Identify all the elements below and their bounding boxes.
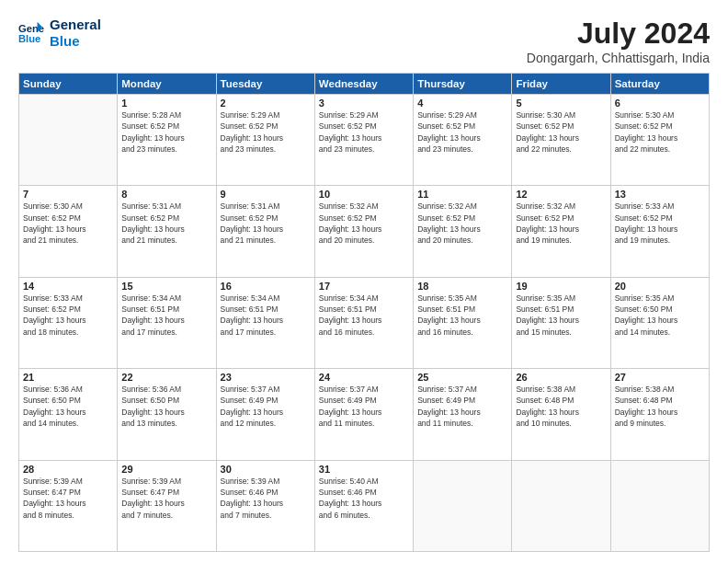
- day-number: 5: [516, 98, 606, 109]
- day-number: 23: [221, 372, 311, 383]
- day-cell: 21Sunrise: 5:36 AMSunset: 6:50 PMDayligh…: [19, 369, 118, 460]
- day-info: Sunrise: 5:34 AMSunset: 6:51 PMDaylight:…: [319, 293, 409, 338]
- day-info: Sunrise: 5:33 AMSunset: 6:52 PMDaylight:…: [23, 293, 113, 338]
- day-cell: 6Sunrise: 5:30 AMSunset: 6:52 PMDaylight…: [610, 95, 709, 186]
- day-info: Sunrise: 5:32 AMSunset: 6:52 PMDaylight:…: [417, 201, 507, 246]
- day-number: 8: [121, 189, 211, 200]
- day-info: Sunrise: 5:29 AMSunset: 6:52 PMDaylight:…: [417, 109, 507, 155]
- day-cell: 15Sunrise: 5:34 AMSunset: 6:51 PMDayligh…: [118, 277, 216, 368]
- calendar-table: SundayMondayTuesdayWednesdayThursdayFrid…: [18, 73, 710, 552]
- day-cell: 9Sunrise: 5:31 AMSunset: 6:52 PMDaylight…: [216, 186, 314, 277]
- day-number: 10: [319, 189, 409, 200]
- day-cell: 12Sunrise: 5:32 AMSunset: 6:52 PMDayligh…: [512, 186, 610, 277]
- day-cell: 22Sunrise: 5:36 AMSunset: 6:50 PMDayligh…: [118, 369, 216, 460]
- day-cell: 17Sunrise: 5:34 AMSunset: 6:51 PMDayligh…: [314, 277, 413, 368]
- day-cell: 7Sunrise: 5:30 AMSunset: 6:52 PMDaylight…: [19, 186, 118, 277]
- day-number: 1: [121, 98, 211, 109]
- day-info: Sunrise: 5:30 AMSunset: 6:52 PMDaylight:…: [23, 201, 113, 246]
- day-number: 7: [23, 189, 113, 200]
- day-info: Sunrise: 5:29 AMSunset: 6:52 PMDaylight:…: [319, 109, 409, 155]
- page-header: General Blue General Blue July 2024 Dong…: [18, 17, 710, 65]
- title-block: July 2024 Dongargarh, Chhattisgarh, Indi…: [527, 17, 710, 65]
- day-cell: [19, 95, 118, 186]
- day-info: Sunrise: 5:34 AMSunset: 6:51 PMDaylight:…: [221, 293, 311, 338]
- day-info: Sunrise: 5:33 AMSunset: 6:52 PMDaylight:…: [615, 201, 705, 246]
- day-cell: 2Sunrise: 5:29 AMSunset: 6:52 PMDaylight…: [216, 95, 314, 186]
- calendar-page: General Blue General Blue July 2024 Dong…: [0, 0, 728, 563]
- day-info: Sunrise: 5:29 AMSunset: 6:52 PMDaylight:…: [221, 109, 311, 155]
- day-number: 11: [417, 189, 507, 200]
- day-cell: 1Sunrise: 5:28 AMSunset: 6:52 PMDaylight…: [118, 95, 216, 186]
- day-number: 2: [221, 98, 311, 109]
- day-cell: 18Sunrise: 5:35 AMSunset: 6:51 PMDayligh…: [414, 277, 512, 368]
- day-number: 20: [615, 281, 705, 292]
- day-info: Sunrise: 5:30 AMSunset: 6:52 PMDaylight:…: [615, 109, 705, 155]
- day-info: Sunrise: 5:38 AMSunset: 6:48 PMDaylight:…: [516, 384, 606, 429]
- weekday-header-row: SundayMondayTuesdayWednesdayThursdayFrid…: [19, 74, 710, 95]
- day-info: Sunrise: 5:36 AMSunset: 6:50 PMDaylight:…: [121, 384, 211, 429]
- day-info: Sunrise: 5:32 AMSunset: 6:52 PMDaylight:…: [516, 201, 606, 246]
- day-info: Sunrise: 5:30 AMSunset: 6:52 PMDaylight:…: [516, 109, 606, 155]
- day-number: 19: [516, 281, 606, 292]
- day-cell: 8Sunrise: 5:31 AMSunset: 6:52 PMDaylight…: [118, 186, 216, 277]
- day-number: 12: [516, 189, 606, 200]
- day-info: Sunrise: 5:35 AMSunset: 6:50 PMDaylight:…: [615, 293, 705, 338]
- day-cell: 26Sunrise: 5:38 AMSunset: 6:48 PMDayligh…: [512, 369, 610, 460]
- day-number: 9: [221, 189, 311, 200]
- day-info: Sunrise: 5:35 AMSunset: 6:51 PMDaylight:…: [516, 293, 606, 338]
- day-number: 28: [23, 464, 113, 475]
- day-info: Sunrise: 5:37 AMSunset: 6:49 PMDaylight:…: [417, 384, 507, 429]
- day-cell: 19Sunrise: 5:35 AMSunset: 6:51 PMDayligh…: [512, 277, 610, 368]
- day-cell: 23Sunrise: 5:37 AMSunset: 6:49 PMDayligh…: [216, 369, 314, 460]
- day-cell: [610, 460, 709, 551]
- day-cell: 13Sunrise: 5:33 AMSunset: 6:52 PMDayligh…: [610, 186, 709, 277]
- logo-icon: General Blue: [18, 20, 44, 46]
- day-cell: 14Sunrise: 5:33 AMSunset: 6:52 PMDayligh…: [19, 277, 118, 368]
- day-number: 17: [319, 281, 409, 292]
- day-cell: [414, 460, 512, 551]
- logo-text: General Blue: [50, 17, 101, 50]
- day-cell: 10Sunrise: 5:32 AMSunset: 6:52 PMDayligh…: [314, 186, 413, 277]
- day-number: 16: [221, 281, 311, 292]
- sub-title: Dongargarh, Chhattisgarh, India: [527, 51, 710, 65]
- day-cell: 5Sunrise: 5:30 AMSunset: 6:52 PMDaylight…: [512, 95, 610, 186]
- day-number: 15: [121, 281, 211, 292]
- day-info: Sunrise: 5:40 AMSunset: 6:46 PMDaylight:…: [319, 476, 409, 521]
- day-cell: 16Sunrise: 5:34 AMSunset: 6:51 PMDayligh…: [216, 277, 314, 368]
- main-title: July 2024: [527, 17, 710, 51]
- day-info: Sunrise: 5:31 AMSunset: 6:52 PMDaylight:…: [221, 201, 311, 246]
- week-row-5: 28Sunrise: 5:39 AMSunset: 6:47 PMDayligh…: [19, 460, 710, 551]
- day-info: Sunrise: 5:31 AMSunset: 6:52 PMDaylight:…: [121, 201, 211, 246]
- day-cell: 20Sunrise: 5:35 AMSunset: 6:50 PMDayligh…: [610, 277, 709, 368]
- day-info: Sunrise: 5:39 AMSunset: 6:46 PMDaylight:…: [221, 476, 311, 521]
- week-row-2: 7Sunrise: 5:30 AMSunset: 6:52 PMDaylight…: [19, 186, 710, 277]
- day-number: 4: [417, 98, 507, 109]
- day-cell: 24Sunrise: 5:37 AMSunset: 6:49 PMDayligh…: [314, 369, 413, 460]
- day-number: 25: [417, 372, 507, 383]
- day-cell: 31Sunrise: 5:40 AMSunset: 6:46 PMDayligh…: [314, 460, 413, 551]
- day-cell: 11Sunrise: 5:32 AMSunset: 6:52 PMDayligh…: [414, 186, 512, 277]
- weekday-header-wednesday: Wednesday: [314, 74, 413, 95]
- day-cell: 3Sunrise: 5:29 AMSunset: 6:52 PMDaylight…: [314, 95, 413, 186]
- day-cell: 25Sunrise: 5:37 AMSunset: 6:49 PMDayligh…: [414, 369, 512, 460]
- weekday-header-sunday: Sunday: [19, 74, 118, 95]
- svg-text:Blue: Blue: [18, 33, 40, 44]
- day-number: 22: [121, 372, 211, 383]
- day-info: Sunrise: 5:34 AMSunset: 6:51 PMDaylight:…: [121, 293, 211, 338]
- day-cell: 29Sunrise: 5:39 AMSunset: 6:47 PMDayligh…: [118, 460, 216, 551]
- day-number: 29: [121, 464, 211, 475]
- day-cell: [512, 460, 610, 551]
- day-info: Sunrise: 5:35 AMSunset: 6:51 PMDaylight:…: [417, 293, 507, 338]
- weekday-header-thursday: Thursday: [414, 74, 512, 95]
- weekday-header-saturday: Saturday: [610, 74, 709, 95]
- week-row-4: 21Sunrise: 5:36 AMSunset: 6:50 PMDayligh…: [19, 369, 710, 460]
- day-number: 31: [319, 464, 409, 475]
- day-info: Sunrise: 5:37 AMSunset: 6:49 PMDaylight:…: [221, 384, 311, 429]
- day-info: Sunrise: 5:36 AMSunset: 6:50 PMDaylight:…: [23, 384, 113, 429]
- day-info: Sunrise: 5:39 AMSunset: 6:47 PMDaylight:…: [23, 476, 113, 521]
- weekday-header-monday: Monday: [118, 74, 216, 95]
- day-number: 30: [221, 464, 311, 475]
- day-info: Sunrise: 5:37 AMSunset: 6:49 PMDaylight:…: [319, 384, 409, 429]
- day-cell: 28Sunrise: 5:39 AMSunset: 6:47 PMDayligh…: [19, 460, 118, 551]
- day-info: Sunrise: 5:39 AMSunset: 6:47 PMDaylight:…: [121, 476, 211, 521]
